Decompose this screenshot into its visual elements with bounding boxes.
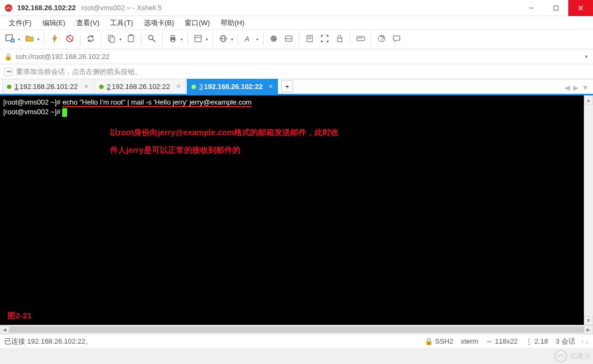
svg-point-29 — [274, 39, 275, 40]
menu-view[interactable]: 查看(V) — [72, 17, 104, 29]
tab-list-button[interactable]: ▼ — [582, 84, 589, 92]
scroll-track[interactable] — [9, 325, 584, 334]
font-button[interactable]: A▼ — [241, 32, 260, 47]
menu-window[interactable]: 窗口(W) — [180, 17, 214, 29]
clear-screen-button[interactable] — [282, 32, 296, 47]
separator — [80, 34, 80, 46]
status-sessions: 3 会话 — [555, 337, 575, 346]
command-text: echo "Hello I'm root" | mail -s 'Hello j… — [62, 98, 252, 107]
terminal-plus-icon — [5, 34, 15, 45]
color-scheme-button[interactable] — [267, 32, 281, 47]
new-session-button[interactable]: ▼ — [3, 32, 21, 47]
new-tab-button[interactable]: + — [281, 80, 293, 92]
reconnect-button[interactable] — [84, 32, 98, 47]
paste-button[interactable] — [124, 32, 138, 47]
separator — [371, 34, 371, 46]
annotation-text-2: 件人jerry是可以正常的接收到邮件的 — [110, 143, 240, 157]
window-controls — [519, 0, 593, 16]
separator — [263, 34, 263, 46]
separator — [162, 34, 163, 46]
close-button[interactable] — [568, 0, 593, 16]
toolbar: ▼ ▼ ▼ ▼ ▼ ▼ A▼ ? — [0, 30, 593, 49]
help-button[interactable]: ? — [375, 32, 389, 47]
log-icon — [305, 34, 314, 45]
keyboard-button[interactable] — [354, 32, 368, 47]
size-icon: ↔ — [486, 337, 493, 345]
tab-nav: ◀ ▶ ▼ — [565, 84, 591, 92]
add-session-arrow-button[interactable]: ➡ — [4, 68, 13, 76]
watermark: 亿速云 — [554, 349, 591, 363]
connect-button[interactable] — [48, 32, 62, 47]
svg-line-16 — [152, 39, 155, 42]
minimize-button[interactable] — [519, 0, 544, 16]
lock-icon: 🔒 — [424, 337, 433, 345]
scroll-down-button[interactable]: ▼ — [584, 316, 593, 325]
tab-next-button[interactable]: ▶ — [573, 84, 579, 92]
menu-tabs[interactable]: 选项卡(B) — [140, 17, 178, 29]
address-text: ssh://root@192.168.26.102:22 — [16, 53, 109, 61]
lock-icon — [335, 34, 345, 45]
session-tab-3[interactable]: 3 192.168.26.102:22 ✕ — [187, 79, 278, 94]
tip-bar: ➡ 要添加当前会话，点击左侧的箭头按钮。 — [0, 64, 593, 79]
separator — [101, 34, 101, 46]
fullscreen-icon — [320, 34, 330, 45]
palette-icon — [269, 34, 279, 45]
lock-icon: 🔒 — [4, 53, 12, 61]
properties-button[interactable]: ▼ — [191, 32, 209, 47]
fullscreen-button[interactable] — [318, 32, 332, 47]
svg-rect-12 — [110, 37, 114, 42]
status-size: ↔118x22 — [486, 337, 518, 345]
log-button[interactable] — [303, 32, 317, 47]
menu-edit[interactable]: 编辑(E) — [38, 17, 70, 29]
scroll-up-button[interactable]: ▲ — [584, 95, 593, 105]
feedback-button[interactable] — [390, 32, 404, 47]
menu-help[interactable]: 帮助(H) — [216, 17, 248, 29]
svg-rect-34 — [338, 38, 342, 42]
vertical-scrollbar[interactable]: ▲ ▼ — [584, 95, 593, 325]
svg-point-28 — [274, 37, 275, 38]
scroll-track[interactable] — [584, 105, 593, 316]
menu-tools[interactable]: 工具(T) — [106, 17, 137, 29]
svg-rect-19 — [171, 40, 174, 42]
svg-text:A: A — [244, 35, 250, 43]
separator — [238, 34, 238, 46]
tab-close-button[interactable]: ✕ — [79, 83, 89, 90]
prompt: [root@vms002 ~]# — [3, 98, 62, 106]
copy-button[interactable]: ▼ — [105, 32, 123, 47]
upload-icon: ↑ — [581, 337, 584, 345]
open-session-button[interactable]: ▼ — [23, 32, 41, 47]
terminal[interactable]: [root@vms002 ~]# echo "Hello I'm root" |… — [0, 95, 584, 325]
download-icon: ↓ — [585, 337, 589, 345]
scroll-left-button[interactable]: ◀ — [0, 325, 9, 334]
session-tab-2[interactable]: 2 192.168.26.102:22 ✕ — [94, 79, 186, 94]
prompt: [root@vms002 ~]# — [3, 108, 62, 116]
find-button[interactable] — [145, 32, 159, 47]
tab-prev-button[interactable]: ◀ — [565, 84, 570, 92]
svg-text:?: ? — [380, 34, 384, 42]
tab-number: 1 — [14, 83, 18, 91]
scroll-right-button[interactable]: ▶ — [584, 325, 593, 334]
status-dot-icon — [99, 85, 104, 89]
lock-button[interactable] — [333, 32, 347, 47]
encoding-button[interactable]: ▼ — [216, 32, 235, 47]
disconnect-button[interactable] — [63, 32, 77, 47]
maximize-button[interactable] — [544, 0, 568, 16]
menu-file[interactable]: 文件(F) — [4, 17, 36, 29]
tab-close-button[interactable]: ✕ — [172, 83, 181, 90]
scroll-thumb[interactable] — [9, 326, 584, 333]
session-tab-1[interactable]: 1 192.168.26.101:22 ✕ — [2, 79, 93, 94]
eraser-icon — [284, 34, 294, 45]
chevron-down-icon: ▼ — [205, 38, 209, 41]
disconnect-icon — [65, 34, 75, 45]
separator — [44, 34, 45, 46]
svg-line-10 — [68, 36, 72, 41]
chevron-down-icon[interactable]: ▼ — [584, 54, 589, 60]
tab-label: 192.168.26.102:22 — [204, 83, 262, 91]
annotation-text-1: 以root身份向jerry@example.com格式的邮箱发送邮件，此时收 — [110, 125, 339, 139]
svg-rect-35 — [357, 36, 364, 41]
tab-close-button[interactable]: ✕ — [264, 83, 273, 90]
print-button[interactable]: ▼ — [166, 32, 184, 47]
address-bar[interactable]: 🔒 ssh://root@192.168.26.102:22 ▼ — [0, 49, 593, 64]
terminal-wrap: [root@vms002 ~]# echo "Hello I'm root" |… — [0, 95, 593, 325]
horizontal-scrollbar[interactable]: ◀ ▶ — [0, 325, 593, 334]
